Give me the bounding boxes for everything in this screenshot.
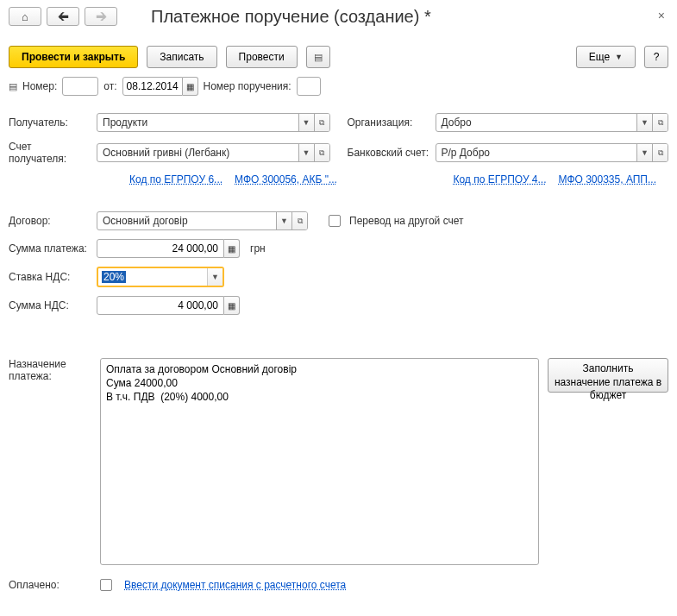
vat-amount-calc-button[interactable]: ▦	[224, 296, 240, 315]
recipient-value: Продукти	[97, 116, 298, 129]
fill-budget-purpose-button[interactable]: Заполнить назначение платежа в бюджет	[548, 358, 668, 393]
amount-label: Сумма платежа:	[9, 242, 91, 255]
chevron-down-icon: ▼	[615, 53, 623, 61]
forward-button: 🡲	[85, 7, 117, 26]
paid-label: Оплачено:	[9, 579, 91, 591]
recipient-dropdown[interactable]: ▼	[298, 114, 314, 131]
calendar-button[interactable]: ▦	[183, 77, 198, 96]
number-input[interactable]	[62, 77, 98, 96]
recipient-account-input[interactable]: Основний гривні (Легбанк) ▼ ⧉	[97, 143, 330, 162]
vat-rate-select[interactable]: 20% ▼	[97, 267, 224, 287]
vat-amount-input[interactable]	[97, 296, 224, 315]
purpose-label: Назначение платежа:	[9, 358, 91, 565]
amount-calc-button[interactable]: ▦	[224, 239, 240, 258]
recipient-account-value: Основний гривні (Легбанк)	[97, 147, 298, 159]
home-button[interactable]: ⌂	[9, 7, 41, 26]
org-edrpou-link[interactable]: Код по ЕГРПОУ 4...	[453, 173, 546, 185]
date-label: от:	[103, 80, 116, 92]
help-button[interactable]: ?	[644, 46, 668, 68]
back-button[interactable]: 🡰	[47, 7, 79, 26]
print-structure-button[interactable]: ▤	[306, 46, 330, 68]
amount-input[interactable]	[97, 239, 224, 258]
transfer-label: Перевод на другой счет	[349, 215, 464, 227]
vat-rate-label: Ставка НДС:	[9, 271, 91, 283]
recipient-open[interactable]: ⧉	[314, 114, 329, 131]
row-icon: ▤	[9, 81, 17, 92]
date-input[interactable]	[122, 77, 183, 96]
org-dropdown[interactable]: ▼	[636, 114, 652, 131]
bank-account-open[interactable]: ⧉	[652, 144, 668, 161]
order-number-input[interactable]	[297, 77, 321, 96]
recipient-account-open[interactable]: ⧉	[314, 144, 329, 161]
more-button[interactable]: Еще▼	[576, 46, 636, 68]
vat-amount-label: Сумма НДС:	[9, 299, 91, 311]
close-button[interactable]: ×	[658, 9, 665, 22]
contract-dropdown[interactable]: ▼	[276, 212, 291, 229]
bank-account-value: Р/р Добро	[436, 147, 637, 159]
bank-account-label: Банковский счет:	[348, 147, 430, 159]
purpose-textarea[interactable]	[100, 358, 539, 565]
post-button[interactable]: Провести	[226, 46, 298, 68]
contract-value: Основний договір	[97, 215, 276, 227]
contract-label: Договор:	[9, 215, 91, 227]
contract-open[interactable]: ⧉	[291, 212, 307, 229]
order-number-label: Номер поручения:	[204, 80, 291, 92]
number-label: Номер:	[22, 80, 57, 92]
recipient-mfo-link[interactable]: МФО 300056, АКБ "...	[235, 173, 337, 185]
recipient-account-label: Счет получателя:	[9, 141, 91, 165]
contract-input[interactable]: Основний договір ▼ ⧉	[97, 211, 308, 230]
recipient-account-dropdown[interactable]: ▼	[298, 144, 314, 161]
save-button[interactable]: Записать	[147, 46, 216, 68]
recipient-label: Получатель:	[9, 116, 91, 129]
vat-rate-value: 20%	[102, 271, 126, 283]
document-icon: ▤	[314, 52, 323, 63]
paid-checkbox[interactable]	[100, 579, 112, 591]
calculator-icon: ▦	[228, 244, 235, 254]
post-and-close-button[interactable]: Провести и закрыть	[9, 46, 138, 68]
org-input[interactable]: Добро ▼ ⧉	[436, 113, 669, 132]
bank-account-dropdown[interactable]: ▼	[636, 144, 652, 161]
bank-account-input[interactable]: Р/р Добро ▼ ⧉	[436, 143, 669, 162]
create-writeoff-link[interactable]: Ввести документ списания с расчетного сч…	[124, 579, 346, 591]
org-label: Организация:	[348, 116, 430, 129]
org-mfo-link[interactable]: МФО 300335, АПП...	[559, 173, 656, 185]
vat-rate-dropdown[interactable]: ▼	[207, 268, 223, 286]
recipient-input[interactable]: Продукти ▼ ⧉	[97, 113, 330, 132]
page-title: Платежное поручение (создание) *	[151, 7, 431, 27]
org-value: Добро	[436, 116, 637, 129]
org-open[interactable]: ⧉	[652, 114, 668, 131]
currency-label: грн	[250, 242, 266, 255]
transfer-checkbox[interactable]	[329, 215, 341, 227]
calendar-icon: ▦	[186, 82, 194, 91]
recipient-edrpou-link[interactable]: Код по ЕГРПОУ 6...	[129, 173, 223, 185]
more-label: Еще	[589, 51, 610, 63]
calculator-icon: ▦	[228, 301, 235, 311]
